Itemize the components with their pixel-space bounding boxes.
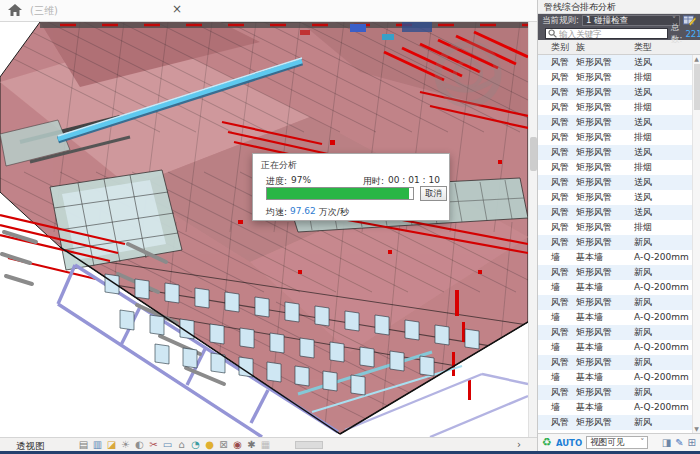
cell-family: 基本墙 [576,340,634,355]
chevron-down-icon: ˅ [640,438,644,447]
cell-category: 风管 [538,85,576,100]
search-box [545,28,668,39]
table-row[interactable]: 风管 矩形风管 送风 [538,190,700,205]
search-input[interactable] [559,29,665,38]
view-control-icon[interactable]: ✂ [148,439,159,451]
search-icon [548,29,557,38]
cell-type: 送风 [634,55,700,70]
cell-category: 风管 [538,235,576,250]
cell-type: A-Q-200mm [634,340,700,355]
cell-category: 风管 [538,205,576,220]
table-row[interactable]: 风管 矩形风管 排烟 [538,100,700,115]
table-row[interactable]: 风管 矩形风管 排烟 [538,130,700,145]
table-row[interactable]: 风管 矩形风管 新风 [538,325,700,340]
footer-action-icon[interactable]: ⊞ [688,437,696,448]
cell-category: 风管 [538,295,576,310]
view-control-icon[interactable]: ◔ [190,439,201,451]
view-control-icon[interactable]: ◉ [232,439,243,451]
cell-family: 矩形风管 [576,85,634,100]
tab-3d-view[interactable]: (三维) [30,4,58,18]
cell-family: 基本墙 [576,400,634,415]
table-row[interactable]: 墙 基本墙 A-Q-200mm [538,250,700,265]
table-row[interactable]: 风管 矩形风管 送风 [538,175,700,190]
panel-title: 管线综合排布分析 [538,0,700,14]
view-control-icon[interactable]: ▦ [260,439,271,451]
cell-category: 墙 [538,250,576,265]
cell-family: 矩形风管 [576,385,634,400]
table-row[interactable]: 墙 基本墙 A-Q-200mm [538,400,700,415]
viewport-3d[interactable] [0,22,528,437]
cell-category: 风管 [538,265,576,280]
cell-category: 墙 [538,280,576,295]
cancel-button[interactable]: 取消 [420,186,447,201]
cell-category: 风管 [538,130,576,145]
cell-type: A-Q-200mm [634,250,700,265]
cell-family: 基本墙 [576,250,634,265]
tab-close-icon[interactable]: × [172,2,182,16]
table-row[interactable]: 风管 矩形风管 新风 [538,265,700,280]
scroll-up-icon[interactable]: ▲ [693,55,700,63]
table-row[interactable]: 墙 基本墙 A-Q-200mm [538,280,700,295]
auto-refresh-icon[interactable]: ♻ [542,437,552,448]
table-row[interactable]: 墙 基本墙 A-Q-200mm [538,310,700,325]
column-header-family[interactable]: 族 [576,40,634,54]
table-row[interactable]: 风管 矩形风管 新风 [538,235,700,250]
analysis-panel: 管线综合排布分析 当前规则: 1 碰撞检查 ˅ [537,0,700,451]
visibility-dropdown[interactable]: 视图可见 ˅ [586,436,648,449]
table-row[interactable]: 风管 矩形风管 新风 [538,385,700,400]
footer-action-icon[interactable]: ✎ [675,437,683,448]
home-icon[interactable] [8,4,22,16]
table-row[interactable]: 风管 矩形风管 新风 [538,415,700,430]
scroll-down-icon[interactable]: ▼ [693,425,700,433]
table-row[interactable]: 风管 矩形风管 新风 [538,355,700,370]
cell-family: 矩形风管 [576,220,634,235]
view-control-icon[interactable]: ✱ [246,439,257,451]
table-row[interactable]: 风管 矩形风管 送风 [538,205,700,220]
auto-toggle[interactable]: AUTO [556,438,582,448]
table-row[interactable]: 墙 基本墙 A-Q-200mm [538,370,700,385]
cell-category: 墙 [538,340,576,355]
cell-type: A-Q-200mm [634,370,700,385]
table-row[interactable]: 风管 矩形风管 新风 [538,295,700,310]
view-control-icon[interactable]: ◪ [106,439,117,451]
table-row[interactable]: 风管 矩形风管 送风 [538,145,700,160]
cell-type: 新风 [634,235,700,250]
view-control-icon[interactable]: ● [204,439,215,451]
viewport-vertical-scrollbar[interactable] [528,22,537,437]
cell-category: 墙 [538,400,576,415]
toolbar-overflow-icon[interactable]: › [517,439,521,450]
view-control-icon[interactable]: ⊠ [218,439,229,451]
view-control-icon[interactable]: ▤ [78,439,89,451]
vscroll-thumb[interactable] [530,137,537,171]
table-row[interactable]: 墙 基本墙 A-Q-200mm [538,340,700,355]
cell-category: 墙 [538,310,576,325]
cell-category: 墙 [538,370,576,385]
cell-family: 基本墙 [576,280,634,295]
viewport-horizontal-scrollbar[interactable] [295,441,323,449]
cell-family: 矩形风管 [576,70,634,85]
footer-action-icons: ◨✎⊞ [662,437,696,448]
table-row[interactable]: 风管 矩形风管 排烟 [538,220,700,235]
cell-type: 新风 [634,355,700,370]
table-row[interactable]: 风管 矩形风管 送风 [538,115,700,130]
table-scroll-thumb[interactable] [694,64,700,110]
view-control-icon[interactable]: ▥ [92,439,103,451]
view-control-icon[interactable]: ▭ [162,439,173,451]
footer-action-icon[interactable]: ◨ [662,437,671,448]
view-control-icon[interactable]: ◐ [134,439,145,451]
view-type-label[interactable]: 透视图 [16,440,45,453]
column-header-category[interactable]: 类别 [538,40,576,54]
view-control-icons: ▤▥◪☀◐✂▭⌂◔●⊠◉✱▦ [78,439,271,451]
table-row[interactable]: 风管 矩形风管 排烟 [538,70,700,85]
cell-family: 矩形风管 [576,160,634,175]
view-control-icon[interactable]: ☀ [120,439,131,451]
table-scrollbar[interactable]: ▲ ▼ [692,55,700,433]
view-control-icon[interactable]: ⌂ [176,439,187,451]
bim-model-render[interactable] [0,22,528,437]
table-row[interactable]: 风管 矩形风管 送风 [538,85,700,100]
table-row[interactable]: 风管 矩形风管 排烟 [538,160,700,175]
table-row[interactable]: 风管 矩形风管 送风 [538,55,700,70]
edit-rule-icon[interactable] [683,15,696,26]
column-header-type[interactable]: 类型 [634,40,700,54]
rule-dropdown[interactable]: 1 碰撞检查 ˅ [582,15,680,26]
